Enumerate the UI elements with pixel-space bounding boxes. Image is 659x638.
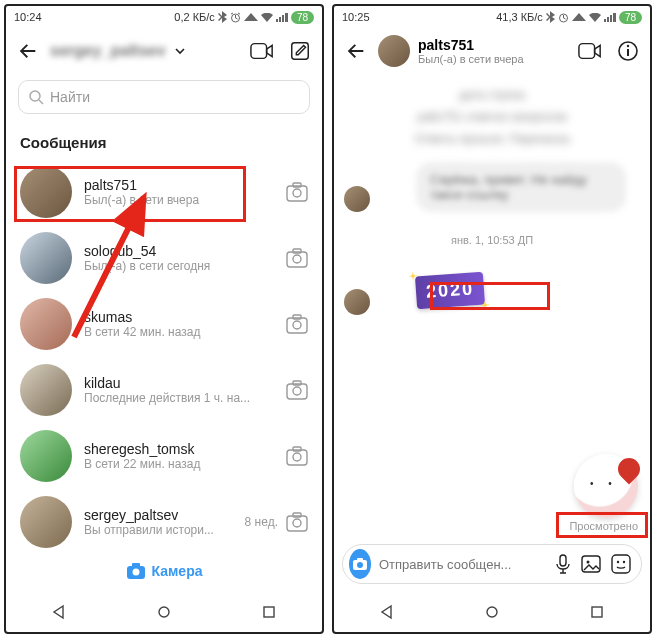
mic-icon[interactable] (555, 554, 571, 574)
svg-rect-15 (293, 381, 301, 385)
svg-point-11 (293, 321, 301, 329)
nav-recent-icon[interactable] (589, 604, 605, 620)
camera-icon[interactable] (286, 446, 308, 466)
section-title: Сообщения (6, 120, 322, 159)
nav-recent-icon[interactable] (261, 604, 277, 620)
composer-input[interactable] (379, 557, 547, 572)
search-icon (29, 90, 44, 105)
svg-point-5 (293, 189, 301, 197)
composer-camera-button[interactable] (349, 549, 371, 579)
nav-home-icon[interactable] (484, 604, 500, 620)
svg-point-14 (293, 387, 301, 395)
svg-rect-34 (357, 558, 363, 561)
svg-point-23 (132, 568, 139, 575)
chat-sub: В сети 22 мин. назад (84, 457, 274, 471)
sticker-2020: 2020 (415, 272, 485, 310)
chat-trail: 8 нед. (245, 515, 278, 529)
avatar (20, 364, 72, 416)
chat-sub: В сети 42 мин. назад (84, 325, 274, 339)
svg-rect-24 (132, 563, 140, 567)
chat-header-name: palts751 (418, 37, 524, 53)
svg-point-40 (623, 561, 625, 563)
camera-icon (352, 557, 368, 571)
chat-item[interactable]: sologub_54 Был(-а) в сети сегодня (6, 225, 322, 291)
camera-icon[interactable] (286, 314, 308, 334)
chat-sub: Вы отправили истори... (84, 523, 233, 537)
chevron-down-icon (174, 45, 186, 57)
svg-rect-18 (293, 447, 301, 451)
svg-point-39 (617, 561, 619, 563)
svg-rect-42 (592, 607, 602, 617)
bluetooth-icon (546, 11, 555, 23)
camera-cta-label: Камера (152, 563, 203, 579)
svg-rect-30 (627, 49, 629, 56)
info-button[interactable] (616, 39, 640, 63)
search-input[interactable]: Найти (18, 80, 310, 114)
message-bubble: Серёжа, привет. Не найду такси ссылку (416, 162, 626, 212)
chat-header-text[interactable]: palts751 Был(-а) в сети вчера (418, 37, 524, 65)
camera-cta[interactable]: Камера (6, 550, 322, 592)
avatar (20, 298, 72, 350)
status-net: 41,3 КБ/с (496, 11, 543, 23)
svg-rect-35 (560, 555, 566, 566)
camera-icon[interactable] (286, 182, 308, 202)
chat-item[interactable]: sergey_paltsev Вы отправили истори... 8 … (6, 489, 322, 550)
svg-point-8 (293, 255, 301, 263)
chat-header: palts751 Был(-а) в сети вчера (334, 28, 650, 74)
wifi-icon (261, 13, 273, 22)
volte-icon (244, 13, 258, 21)
chat-name: sologub_54 (84, 243, 274, 259)
chat-body[interactable]: дата строка palts751 ответил вопросом От… (334, 74, 650, 536)
gallery-icon[interactable] (581, 555, 601, 573)
camera-icon[interactable] (286, 380, 308, 400)
chat-timestamp: янв. 1, 10:53 ДП (344, 230, 640, 250)
chat-item[interactable]: kildau Последние действия 1 ч. на... (6, 357, 322, 423)
chat-name: sheregesh_tomsk (84, 441, 274, 457)
status-time: 10:25 (342, 11, 370, 23)
android-navbar (334, 592, 650, 632)
search-area: Найти (6, 74, 322, 120)
chat-name: skumas (84, 309, 274, 325)
svg-rect-7 (287, 252, 307, 267)
video-call-button[interactable] (578, 39, 602, 63)
chat-sub: Был(-а) в сети сегодня (84, 259, 274, 273)
chat-name: kildau (84, 375, 274, 391)
compose-button[interactable] (288, 39, 312, 63)
status-bar-right: 10:25 41,3 КБ/с 78 (334, 6, 650, 28)
sticker-bunny (574, 454, 638, 518)
chat-item[interactable]: skumas В сети 42 мин. назад (6, 291, 322, 357)
svg-rect-19 (287, 516, 307, 531)
blurred-line: дата строка (344, 88, 640, 102)
chat-item-palts751[interactable]: palts751 Был(-а) в сети вчера (6, 159, 322, 225)
camera-icon[interactable] (286, 512, 308, 532)
chat-list[interactable]: palts751 Был(-а) в сети вчера sologub_54… (6, 159, 322, 550)
nav-home-icon[interactable] (156, 604, 172, 620)
avatar (20, 430, 72, 482)
chat-header-sub: Был(-а) в сети вчера (418, 53, 524, 65)
blurred-line: Ответы прошли. Переписка (344, 132, 640, 146)
svg-rect-6 (293, 183, 301, 187)
chat-sub: Был(-а) в сети вчера (84, 193, 274, 207)
video-call-button[interactable] (250, 39, 274, 63)
svg-rect-26 (264, 607, 274, 617)
camera-icon[interactable] (286, 248, 308, 268)
svg-point-17 (293, 453, 301, 461)
camera-icon-blue (126, 563, 146, 580)
nav-back-icon[interactable] (51, 604, 67, 620)
svg-point-37 (587, 561, 590, 564)
back-button[interactable] (344, 39, 368, 63)
svg-rect-1 (251, 44, 267, 59)
alarm-icon (230, 12, 241, 23)
back-button[interactable] (16, 39, 40, 63)
alarm-icon (558, 12, 569, 23)
svg-point-25 (159, 607, 169, 617)
nav-back-icon[interactable] (379, 604, 395, 620)
header-title[interactable]: sergey_paltsev (50, 42, 240, 60)
chat-name: palts751 (84, 177, 274, 193)
status-icons: 41,3 КБ/с 78 (496, 11, 642, 24)
chat-item[interactable]: sheregesh_tomsk В сети 22 мин. назад (6, 423, 322, 489)
svg-point-31 (627, 45, 629, 47)
sticker-icon[interactable] (611, 554, 631, 574)
chat-avatar[interactable] (378, 35, 410, 67)
signal-icon (604, 13, 616, 22)
